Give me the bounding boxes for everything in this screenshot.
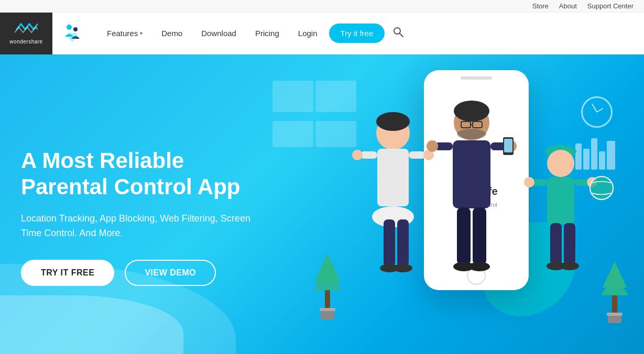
svg-rect-31	[457, 207, 471, 265]
logo-wrapper: wondershare	[10, 13, 84, 54]
famisafe-nav-icon	[61, 22, 84, 45]
hero-illustration	[283, 65, 639, 354]
svg-rect-8	[377, 149, 409, 206]
svg-point-2	[394, 28, 400, 34]
svg-rect-59	[607, 313, 623, 316]
try-it-free-button[interactable]: TRY IT FREE	[21, 260, 114, 286]
hero-section: famisafe Parental Control	[0, 54, 644, 354]
svg-rect-14	[384, 219, 395, 267]
svg-rect-58	[608, 315, 621, 323]
hero-title: A Most Reliable Parental Control App	[21, 148, 252, 201]
svg-point-27	[427, 140, 438, 152]
hero-subtitle: Location Tracking, App Blocking, Web Fil…	[21, 211, 252, 241]
svg-point-49	[560, 262, 579, 270]
svg-rect-24	[453, 140, 490, 208]
search-icon	[393, 27, 403, 37]
svg-point-20	[457, 129, 486, 139]
svg-rect-32	[473, 207, 486, 265]
svg-point-42	[524, 177, 534, 187]
view-demo-button[interactable]: VIEW DEMO	[125, 260, 216, 286]
svg-point-19	[454, 101, 489, 121]
svg-rect-39	[547, 177, 574, 224]
nav-features[interactable]: Features ▾	[100, 25, 150, 42]
svg-rect-11	[409, 151, 425, 159]
nav-demo[interactable]: Demo	[154, 25, 190, 42]
hero-buttons: TRY IT FREE VIEW DEMO	[21, 260, 252, 286]
nav-links: Features ▾ Demo Download Pricing Login T…	[100, 23, 634, 44]
store-link[interactable]: Store	[532, 2, 549, 10]
wondershare-text: wondershare	[9, 39, 42, 45]
main-nav: wondershare Features ▾ Demo Download Pri…	[0, 13, 644, 54]
top-utility-bar: Store About Support Center	[0, 0, 644, 13]
svg-rect-55	[612, 295, 617, 315]
svg-point-0	[67, 25, 72, 30]
svg-rect-54	[320, 308, 335, 311]
svg-rect-15	[397, 219, 409, 267]
support-center-link[interactable]: Support Center	[587, 2, 634, 10]
nav-login[interactable]: Login	[291, 25, 325, 42]
wondershare-logo[interactable]: wondershare	[0, 13, 52, 54]
svg-point-34	[469, 262, 490, 271]
svg-point-12	[352, 150, 363, 160]
svg-rect-53	[321, 310, 334, 319]
svg-point-38	[547, 150, 574, 177]
nav-pricing[interactable]: Pricing	[248, 25, 287, 42]
wondershare-logo-icon	[15, 22, 38, 37]
try-it-free-nav-button[interactable]: Try it free	[329, 24, 385, 43]
hero-illustration-svg	[283, 65, 639, 354]
svg-point-17	[394, 264, 412, 272]
svg-rect-30	[504, 139, 512, 152]
about-link[interactable]: About	[559, 2, 577, 10]
svg-line-3	[400, 34, 403, 37]
svg-rect-46	[550, 223, 562, 265]
features-chevron-icon: ▾	[140, 30, 143, 36]
svg-point-1	[73, 27, 78, 31]
nav-download[interactable]: Download	[194, 25, 244, 42]
hero-content: A Most Reliable Parental Control App Loc…	[0, 148, 272, 286]
svg-rect-47	[564, 223, 575, 265]
svg-rect-10	[361, 151, 377, 159]
search-icon-button[interactable]	[389, 23, 408, 44]
svg-point-7	[376, 112, 410, 131]
